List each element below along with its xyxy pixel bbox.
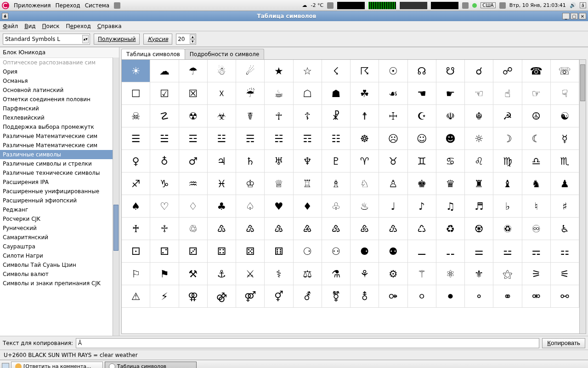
char-cell[interactable]: ☒: [179, 82, 208, 105]
char-cell[interactable]: ⚤: [236, 285, 265, 308]
font-size-spinner[interactable]: 20 ▲▼: [176, 34, 196, 45]
sidebar-item[interactable]: Саураштра: [0, 242, 119, 251]
menu-file[interactable]: Файл: [3, 23, 18, 29]
grid-scrollbar[interactable]: [579, 60, 586, 334]
char-cell[interactable]: ♂: [179, 150, 208, 172]
char-cell[interactable]: ☷: [322, 127, 351, 150]
show-desktop-button[interactable]: [2, 363, 9, 368]
char-cell[interactable]: ☆: [294, 60, 322, 82]
char-cell[interactable]: ☸: [351, 127, 379, 150]
char-cell[interactable]: ♳: [208, 218, 236, 240]
char-cell[interactable]: ☡: [150, 105, 179, 127]
char-cell[interactable]: ⚔: [236, 263, 265, 285]
char-cell[interactable]: ♚: [408, 172, 436, 195]
font-selector[interactable]: Standard Symbols L ▲▼: [3, 34, 90, 45]
menu-search[interactable]: Поиск: [42, 23, 60, 29]
char-cell[interactable]: ♒: [179, 172, 208, 195]
char-cell[interactable]: ☇: [322, 60, 351, 82]
tray-icon-1[interactable]: [462, 2, 469, 9]
char-cell[interactable]: ⚛: [436, 263, 465, 285]
char-cell[interactable]: ☿: [551, 127, 579, 150]
char-cell[interactable]: ♋: [436, 150, 465, 172]
char-cell[interactable]: ♷: [322, 218, 351, 240]
char-cell[interactable]: ♖: [294, 172, 322, 195]
char-cell[interactable]: ⚪: [408, 285, 436, 308]
char-cell[interactable]: ⚃: [208, 240, 236, 263]
char-cell[interactable]: ♜: [465, 172, 493, 195]
char-cell[interactable]: ⚖: [294, 263, 322, 285]
char-cell[interactable]: ⚄: [236, 240, 265, 263]
char-cell[interactable]: ☵: [265, 127, 293, 150]
char-cell[interactable]: ☾: [522, 127, 551, 150]
char-cell[interactable]: ⚜: [465, 263, 493, 285]
sidebar-item[interactable]: Различные технические символы: [0, 168, 119, 178]
char-cell[interactable]: ⚏: [551, 240, 579, 263]
char-cell[interactable]: ☂: [179, 60, 208, 82]
char-cell[interactable]: ⚫: [436, 285, 465, 308]
sidebar-item[interactable]: Расширения IPA: [0, 178, 119, 187]
italic-button[interactable]: Курсив: [143, 34, 172, 45]
char-cell[interactable]: ☖: [294, 82, 322, 105]
char-cell[interactable]: ♔: [236, 172, 265, 195]
char-cell[interactable]: ♈: [351, 150, 379, 172]
char-cell[interactable]: ♱: [150, 218, 179, 240]
char-cell[interactable]: ⚧: [322, 285, 351, 308]
char-cell[interactable]: ♿: [551, 218, 579, 240]
char-cell[interactable]: ♀: [122, 150, 150, 172]
sysmon-graph-3[interactable]: [400, 2, 427, 9]
char-cell[interactable]: ♪: [408, 195, 436, 218]
sysmon-graph-1[interactable]: [337, 2, 365, 9]
sidebar-item[interactable]: Различные символы и стрелки: [0, 159, 119, 168]
volume-icon[interactable]: 🔊: [570, 2, 576, 8]
char-cell[interactable]: ☔: [236, 82, 265, 105]
panel-system[interactable]: Система: [85, 2, 110, 9]
screenshot-icon[interactable]: [114, 2, 120, 9]
char-cell[interactable]: ☓: [208, 82, 236, 105]
char-cell[interactable]: ⚚: [408, 263, 436, 285]
sidebar-item[interactable]: Символы валют: [0, 270, 119, 279]
taskbar-item-2[interactable]: Таблица символов: [105, 362, 197, 368]
clock[interactable]: Втр, 10 Янв, 21:03:41: [509, 2, 566, 8]
maximize-button[interactable]: ▢: [571, 13, 578, 19]
sidebar-item[interactable]: Символы и знаки препинания CJK: [0, 279, 119, 288]
char-cell[interactable]: ♬: [465, 195, 493, 218]
char-cell[interactable]: ☙: [379, 82, 407, 105]
char-cell[interactable]: ♢: [179, 195, 208, 218]
spin-up-icon[interactable]: ▲: [190, 34, 195, 39]
char-cell[interactable]: ☽: [493, 127, 522, 150]
panel-places[interactable]: Переход: [56, 2, 80, 9]
char-cell[interactable]: ⚁: [150, 240, 179, 263]
char-cell[interactable]: ☊: [408, 60, 436, 82]
sidebar-item[interactable]: Расширенные унифицированные: [0, 187, 119, 196]
char-cell[interactable]: ♩: [379, 195, 407, 218]
char-cell[interactable]: ♆: [294, 150, 322, 172]
sidebar-item[interactable]: Поддержка выбора промежутк: [0, 122, 119, 132]
char-cell[interactable]: ♕: [265, 172, 293, 195]
char-cell[interactable]: ☟: [551, 82, 579, 105]
char-cell[interactable]: ♥: [265, 195, 293, 218]
sidebar-item[interactable]: Рунический: [0, 224, 119, 233]
char-cell[interactable]: ☈: [351, 60, 379, 82]
char-cell[interactable]: ☘: [351, 82, 379, 105]
char-cell[interactable]: ⚗: [322, 263, 351, 285]
close-button[interactable]: ✕: [579, 13, 586, 19]
char-cell[interactable]: ☳: [208, 127, 236, 150]
sidebar-item[interactable]: Османья: [0, 76, 119, 86]
sidebar-item[interactable]: Различные Математические сим: [0, 141, 119, 150]
sidebar-item[interactable]: Расширенный эфиопский: [0, 196, 119, 205]
char-cell[interactable]: ⚡: [150, 285, 179, 308]
panel-apps[interactable]: Приложения: [14, 2, 51, 9]
char-cell[interactable]: ♹: [379, 218, 407, 240]
char-cell[interactable]: ⚓: [208, 263, 236, 285]
char-cell[interactable]: ⚑: [150, 263, 179, 285]
menu-view[interactable]: Вид: [24, 23, 35, 29]
sidebar-scrollbar[interactable]: [113, 58, 119, 336]
char-cell[interactable]: ♰: [122, 218, 150, 240]
menu-help[interactable]: Справка: [97, 23, 122, 29]
char-cell[interactable]: ☞: [522, 82, 551, 105]
char-cell[interactable]: ♣: [208, 195, 236, 218]
char-cell[interactable]: ☲: [179, 127, 208, 150]
char-cell[interactable]: ☰: [122, 127, 150, 150]
char-cell[interactable]: ⚒: [179, 263, 208, 285]
char-cell[interactable]: ☪: [408, 105, 436, 127]
